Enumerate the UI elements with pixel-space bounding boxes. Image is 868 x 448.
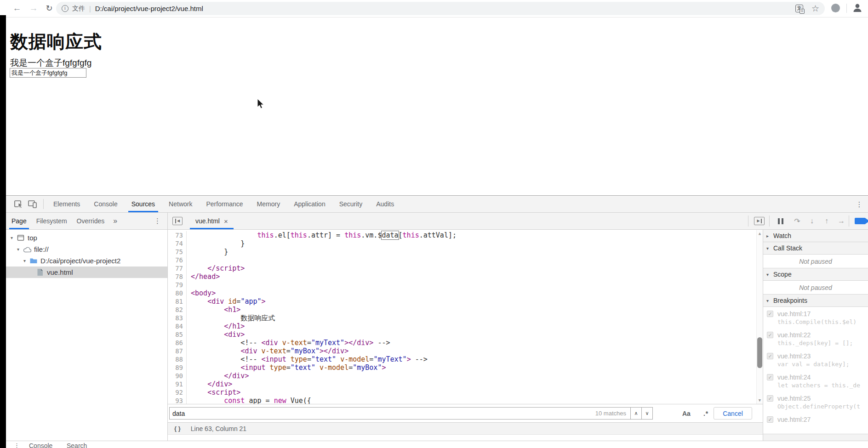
line-number[interactable]: 85	[168, 330, 187, 339]
code-line[interactable]: 92 <script>	[168, 388, 763, 397]
scrollbar-thumb[interactable]	[757, 337, 762, 368]
breakpoint-checkbox-icon[interactable]: ✓	[767, 332, 773, 338]
url-text[interactable]: D:/cai/project/vue-project2/vue.html	[95, 5, 203, 12]
line-number[interactable]: 80	[168, 289, 187, 297]
tab-performance[interactable]: Performance	[200, 196, 249, 212]
code-line[interactable]: 85 <div>	[168, 330, 763, 339]
expand-arrow-icon[interactable]: ▾	[22, 258, 28, 263]
breakpoint-checkbox-icon[interactable]: ✓	[767, 395, 773, 402]
breakpoint-checkbox-icon[interactable]: ✓	[767, 416, 773, 423]
line-number[interactable]: 75	[168, 248, 187, 256]
section-scope[interactable]: ▾ Scope	[763, 268, 868, 281]
code-line[interactable]: 80<body>	[168, 289, 763, 297]
search-next-icon[interactable]: ∨	[641, 408, 652, 419]
expand-arrow-icon[interactable]: ▾	[9, 235, 15, 240]
code-line[interactable]: 93 const app = new Vue({	[168, 397, 763, 404]
tab-console[interactable]: Console	[88, 196, 123, 212]
code-line[interactable]: 90 </div>	[168, 372, 763, 380]
section-call-stack[interactable]: ▾ Call Stack	[763, 242, 868, 255]
navigator-tab-overrides[interactable]: Overrides	[73, 213, 109, 229]
line-number[interactable]: 86	[168, 339, 187, 347]
line-number[interactable]: 83	[168, 314, 187, 322]
more-tabs-icon[interactable]: »	[113, 217, 117, 225]
line-number[interactable]: 74	[168, 239, 187, 248]
line-number[interactable]: 84	[168, 322, 187, 330]
code-line[interactable]: 86 <!-- <div v-text="myText"></div> -->	[168, 339, 763, 347]
avatar-circle[interactable]	[831, 4, 840, 12]
line-number[interactable]: 89	[168, 363, 187, 372]
match-case-button[interactable]: Aa	[682, 410, 691, 417]
code-line[interactable]: 77 </script>	[168, 264, 763, 272]
drawer-tab-console[interactable]: Console	[29, 442, 52, 448]
breakpoint-item[interactable]: ✓vue.html:27	[763, 413, 868, 434]
forward-icon[interactable]: →	[27, 1, 40, 15]
search-field[interactable]: 10 matches ∧ ∨	[169, 407, 653, 420]
breakpoint-item[interactable]: ✓vue.html:25Object.defineProperty(t	[763, 391, 868, 413]
section-watch[interactable]: ▸ Watch	[763, 230, 868, 242]
line-number[interactable]: 76	[168, 256, 187, 264]
code-line[interactable]: 82 <h1>	[168, 306, 763, 314]
line-number[interactable]: 88	[168, 355, 187, 363]
line-number[interactable]: 82	[168, 306, 187, 314]
code-line[interactable]: 87 <div v-text="myBox"></div>	[168, 347, 763, 355]
devtools-menu-icon[interactable]: ⋮	[853, 196, 865, 213]
tab-application[interactable]: Application	[288, 196, 331, 212]
breakpoint-item[interactable]: ✓vue.html:22this._deps[key] = [];	[763, 328, 868, 349]
inspect-icon[interactable]	[13, 198, 25, 210]
code-line[interactable]: 78</head>	[168, 272, 763, 281]
line-number[interactable]: 90	[168, 372, 187, 380]
scroll-up-icon[interactable]: ▲	[757, 231, 763, 236]
info-icon[interactable]: i	[62, 5, 69, 12]
translate-icon[interactable]: 文 G	[795, 5, 803, 12]
code-line[interactable]: 91 </div>	[168, 380, 763, 388]
section-breakpoints[interactable]: ▾ Breakpoints	[763, 295, 868, 307]
code-line[interactable]: 73 this.el[this.attr] = this.vm.$data[th…	[168, 231, 763, 239]
tab-network[interactable]: Network	[163, 196, 198, 212]
drawer-tab-search[interactable]: Search	[67, 442, 87, 448]
line-number[interactable]: 77	[168, 264, 187, 272]
navigator-tab-filesystem[interactable]: Filesystem	[32, 213, 71, 229]
code-line[interactable]: 83 数据响应式	[168, 314, 763, 322]
line-number[interactable]: 79	[168, 281, 187, 289]
line-number[interactable]: 93	[168, 397, 187, 404]
tab-sources[interactable]: Sources	[126, 196, 161, 212]
code-line[interactable]: 76	[168, 256, 763, 264]
breakpoint-item[interactable]: ✓vue.html:24let watchers = this._de	[763, 370, 868, 391]
editor-tab-vue-html[interactable]: vue.html ×	[190, 213, 234, 229]
tree-item-file-[interactable]: ▾file://	[6, 244, 167, 255]
navigator-tab-page[interactable]: Page	[7, 213, 31, 229]
breakpoint-item[interactable]: ✓vue.html:23var val = data[key];	[763, 349, 868, 370]
tree-item-vue-html[interactable]: vue.html	[6, 267, 167, 278]
mybox-input[interactable]	[10, 68, 86, 78]
expand-arrow-icon[interactable]: ▾	[15, 247, 21, 252]
tab-audits[interactable]: Audits	[370, 196, 400, 212]
breakpoint-checkbox-icon[interactable]: ✓	[767, 374, 773, 380]
bookmark-star-icon[interactable]: ☆	[811, 3, 819, 14]
format-icon[interactable]: { }	[174, 425, 181, 432]
tab-elements[interactable]: Elements	[47, 196, 86, 212]
debugger-sidebar-toggle-icon[interactable]: ▶	[754, 217, 765, 225]
line-number[interactable]: 73	[168, 231, 187, 239]
step-icon[interactable]: →	[834, 217, 849, 225]
deactivate-breakpoints-icon[interactable]	[855, 218, 868, 224]
breakpoint-checkbox-icon[interactable]: ✓	[767, 311, 773, 317]
profile-icon[interactable]	[852, 2, 863, 15]
breakpoint-checkbox-icon[interactable]: ✓	[767, 353, 773, 359]
breakpoint-item[interactable]: ✓vue.html:17this.Compile(this.$el)	[763, 307, 868, 328]
code-line[interactable]: 75 }	[168, 248, 763, 256]
line-number[interactable]: 91	[168, 380, 187, 388]
tab-security[interactable]: Security	[333, 196, 369, 212]
step-over-icon[interactable]: ↷	[790, 217, 805, 226]
code-line[interactable]: 88 <!-- <input type="text" v-model="myTe…	[168, 355, 763, 363]
scroll-down-icon[interactable]: ▼	[757, 398, 763, 403]
code-line[interactable]: 84 </h1>	[168, 322, 763, 330]
step-out-icon[interactable]: ↑	[819, 217, 834, 225]
address-bar[interactable]: i 文件 | D:/cai/project/vue-project2/vue.h…	[56, 2, 825, 15]
code-line[interactable]: 79	[168, 281, 763, 289]
tab-memory[interactable]: Memory	[251, 196, 286, 212]
pause-icon[interactable]	[778, 218, 783, 224]
code-line[interactable]: 89 <input type="text" v-model="myBox">	[168, 363, 763, 372]
line-number[interactable]: 87	[168, 347, 187, 355]
editor-scrollbar[interactable]: ▲ ▼	[756, 230, 763, 404]
reload-icon[interactable]: ↻	[42, 1, 56, 15]
